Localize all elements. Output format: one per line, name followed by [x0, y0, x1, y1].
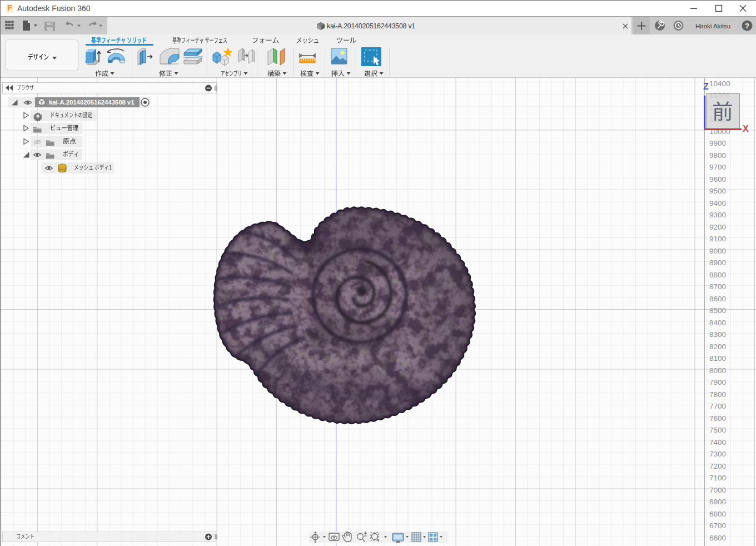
svg-text:?: ?: [745, 22, 749, 30]
